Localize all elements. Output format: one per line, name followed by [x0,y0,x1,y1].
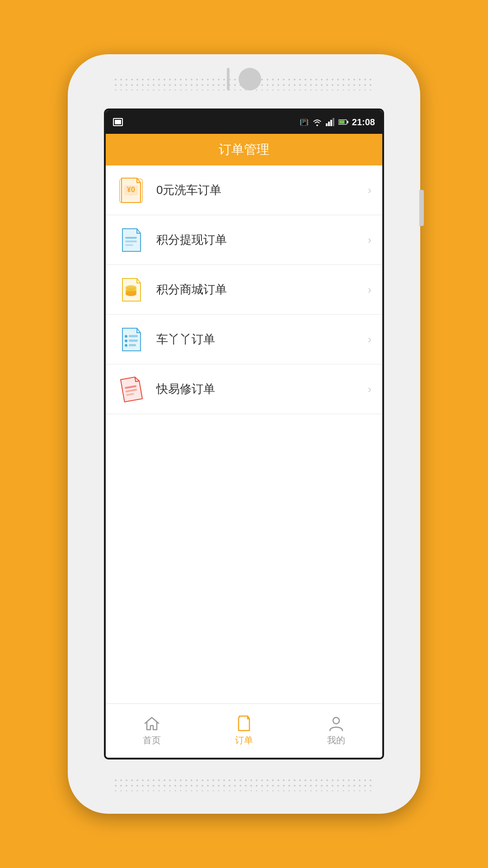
points-withdraw-chevron: › [368,234,371,246]
svg-rect-2 [330,120,332,126]
free-wash-chevron: › [368,184,371,197]
points-shop-chevron: › [368,283,371,296]
svg-rect-1 [328,122,330,126]
phone-dots-bottom [113,778,375,791]
svg-rect-24 [129,344,136,346]
page-title: 订单管理 [219,141,269,158]
phone-dots-top [113,77,375,90]
menu-item-car-yy[interactable]: 车丫丫订单 › [106,315,382,364]
menu-item-points-withdraw[interactable]: 积分提现订单 › [106,215,382,265]
app-header: 订单管理 [106,134,382,165]
quick-repair-chevron: › [368,383,371,396]
free-wash-label: 0元洗车订单 [156,182,368,198]
svg-point-23 [125,344,127,347]
menu-list: ¥0 0元洗车订单 › 积分提现 [106,165,382,703]
status-right: 📳 [300,117,375,127]
svg-rect-20 [129,335,138,337]
menu-item-points-shop[interactable]: 积分商城订单 › [106,265,382,315]
phone-screen: 📳 [104,108,384,760]
wifi-icon [312,118,322,126]
svg-rect-11 [125,237,137,239]
car-yy-icon [117,325,145,354]
status-bar: 📳 [106,110,382,134]
svg-point-18 [126,292,136,296]
menu-item-free-wash[interactable]: ¥0 0元洗车订单 › [106,165,382,215]
battery-icon [338,119,348,125]
svg-point-28 [333,717,339,724]
points-withdraw-icon [117,226,145,255]
tab-mine-label: 我的 [327,734,345,746]
svg-rect-12 [125,241,137,242]
car-yy-label: 车丫丫订单 [156,331,368,347]
points-shop-icon [117,275,145,304]
svg-point-19 [125,335,127,338]
status-time: 21:08 [352,117,375,127]
car-yy-chevron: › [368,333,371,346]
svg-rect-5 [347,121,348,123]
menu-item-quick-repair[interactable]: 快易修订单 › [106,364,382,414]
order-icon [236,715,252,731]
svg-rect-6 [339,121,345,124]
svg-rect-0 [326,123,328,126]
svg-rect-13 [125,244,133,246]
signal-icon [326,118,335,126]
tab-home[interactable]: 首页 [106,715,198,746]
tab-bar: 首页 订单 我的 [106,703,382,758]
tab-order-label: 订单 [235,734,253,746]
status-left [113,118,123,126]
quick-repair-label: 快易修订单 [156,381,368,397]
free-wash-icon: ¥0 [117,176,145,205]
svg-rect-3 [333,118,334,126]
phone-side-button [419,190,424,226]
points-withdraw-label: 积分提现订单 [156,232,368,248]
phone-frame: 📳 [68,54,420,814]
tab-mine[interactable]: 我的 [290,715,382,746]
home-icon [144,715,160,731]
svg-rect-22 [129,340,138,342]
svg-text:¥0: ¥0 [127,186,135,193]
svg-point-21 [125,340,127,342]
points-shop-label: 积分商城订单 [156,282,368,297]
mine-icon [328,715,344,731]
tab-home-label: 首页 [143,734,161,746]
notification-icon [113,118,123,126]
quick-repair-icon [117,375,145,404]
tab-order[interactable]: 订单 [198,715,290,746]
vibrate-icon: 📳 [300,118,309,127]
